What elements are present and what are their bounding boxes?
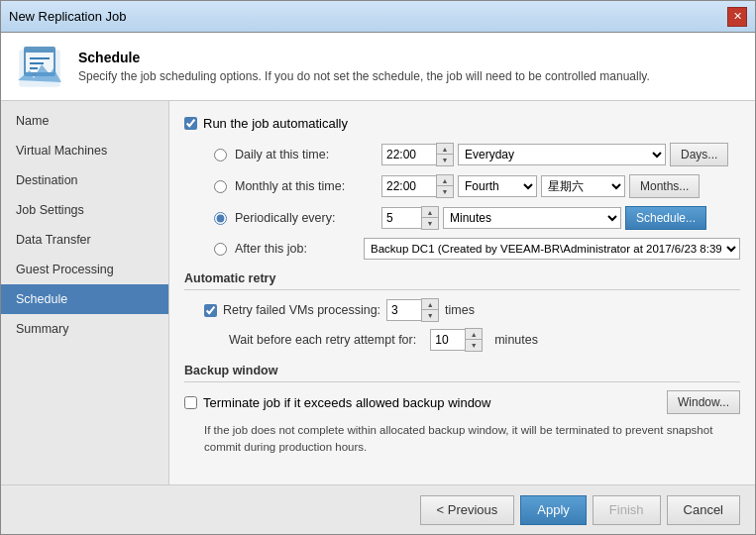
periodically-spinbox: 5 ▲ ▼: [381, 206, 439, 230]
dialog: New Replication Job ✕ Schedule Specify t…: [0, 0, 756, 535]
periodically-up[interactable]: ▲: [422, 207, 438, 218]
wait-down[interactable]: ▼: [466, 340, 482, 351]
retry-spin-buttons: ▲ ▼: [421, 298, 439, 322]
sidebar-item-name[interactable]: Name: [1, 106, 168, 136]
periodically-controls: 5 ▲ ▼ Minutes Hours Schedule...: [381, 206, 706, 230]
sidebar-item-schedule[interactable]: Schedule: [1, 284, 168, 314]
after-job-row: After this job: Backup DC1 (Created by V…: [184, 238, 740, 260]
apply-button[interactable]: Apply: [520, 495, 587, 525]
backup-info: If the job does not complete within allo…: [184, 422, 740, 457]
terminate-checkbox[interactable]: [184, 396, 197, 409]
retry-checkbox[interactable]: [204, 304, 217, 317]
monthly-time-spin-buttons: ▲ ▼: [436, 174, 454, 198]
terminate-label: Terminate job if it exceeds allowed back…: [203, 395, 491, 410]
wait-label: Wait before each retry attempt for:: [229, 333, 416, 347]
after-job-radio[interactable]: [214, 243, 227, 256]
daily-row: Daily at this time: 22:00 ▲ ▼ Everyday W…: [184, 143, 740, 166]
after-job-label: After this job:: [235, 242, 356, 256]
run-automatically-label: Run the job automatically: [203, 116, 348, 131]
sidebar-item-guest-processing[interactable]: Guest Processing: [1, 255, 168, 284]
wait-row: Wait before each retry attempt for: 10 ▲…: [184, 328, 740, 352]
periodically-value-input[interactable]: 5: [381, 207, 421, 229]
daily-time-down[interactable]: ▼: [437, 155, 453, 165]
backup-window-row: Terminate job if it exceeds allowed back…: [184, 390, 740, 414]
footer: < Previous Apply Finish Cancel: [1, 484, 755, 534]
monthly-fourth-dropdown[interactable]: First Second Third Fourth Last: [458, 175, 537, 197]
periodically-row: Periodically every: 5 ▲ ▼ Minutes Hours …: [184, 206, 740, 230]
monthly-label: Monthly at this time:: [235, 179, 374, 193]
schedule-icon: [16, 43, 63, 90]
sidebar-item-summary[interactable]: Summary: [1, 314, 168, 344]
monthly-controls: 22:00 ▲ ▼ First Second Third Fourth Last: [381, 174, 700, 198]
periodically-radio[interactable]: [214, 212, 227, 225]
periodically-spin-buttons: ▲ ▼: [421, 206, 439, 230]
daily-time-up[interactable]: ▲: [437, 144, 453, 155]
after-job-dropdown[interactable]: Backup DC1 (Created by VEEAM-BR\Administ…: [364, 238, 740, 260]
main-content: Run the job automatically Daily at this …: [169, 101, 755, 484]
wait-unit: minutes: [494, 333, 538, 347]
monthly-time-spinbox: 22:00 ▲ ▼: [381, 174, 454, 198]
periodically-down[interactable]: ▼: [422, 218, 438, 229]
monthly-time-down[interactable]: ▼: [437, 186, 453, 197]
schedule-button[interactable]: Schedule...: [625, 206, 706, 230]
run-automatically-checkbox[interactable]: [184, 117, 197, 130]
retry-down[interactable]: ▼: [422, 310, 438, 321]
header-text: Schedule Specify the job scheduling opti…: [78, 50, 650, 83]
content: Name Virtual Machines Destination Job Se…: [1, 101, 755, 484]
monthly-time-up[interactable]: ▲: [437, 175, 453, 186]
close-button[interactable]: ✕: [727, 7, 747, 27]
wait-up[interactable]: ▲: [466, 329, 482, 340]
previous-button[interactable]: < Previous: [420, 495, 515, 525]
after-job-controls: Backup DC1 (Created by VEEAM-BR\Administ…: [364, 238, 740, 260]
header-description: Specify the job scheduling options. If y…: [78, 69, 650, 83]
sidebar-item-virtual-machines[interactable]: Virtual Machines: [1, 136, 168, 165]
dialog-title: New Replication Job: [9, 9, 127, 24]
daily-controls: 22:00 ▲ ▼ Everyday Weekdays Weekends Day…: [381, 143, 728, 166]
days-button[interactable]: Days...: [670, 143, 728, 166]
monthly-radio[interactable]: [214, 180, 227, 193]
daily-time-spin-buttons: ▲ ▼: [436, 143, 454, 166]
daily-dropdown[interactable]: Everyday Weekdays Weekends: [458, 144, 666, 165]
monthly-row: Monthly at this time: 22:00 ▲ ▼ First Se…: [184, 174, 740, 198]
daily-time-spinbox: 22:00 ▲ ▼: [381, 143, 454, 166]
periodically-label: Periodically every:: [235, 211, 374, 225]
cancel-button[interactable]: Cancel: [667, 495, 740, 525]
window-button[interactable]: Window...: [667, 390, 740, 414]
retry-unit: times: [445, 303, 475, 317]
periodically-unit-dropdown[interactable]: Minutes Hours: [443, 207, 621, 229]
finish-button[interactable]: Finish: [593, 495, 661, 525]
automatic-retry-title: Automatic retry: [184, 271, 740, 290]
sidebar: Name Virtual Machines Destination Job Se…: [1, 101, 169, 484]
monthly-day-dropdown[interactable]: 星期日 星期一 星期二 星期三 星期四 星期五 星期六: [541, 175, 625, 197]
sidebar-item-job-settings[interactable]: Job Settings: [1, 195, 168, 225]
retry-label: Retry failed VMs processing:: [223, 303, 380, 317]
retry-value-input[interactable]: 3: [386, 299, 421, 321]
wait-spin-buttons: ▲ ▼: [465, 328, 483, 352]
header-section: Schedule Specify the job scheduling opti…: [1, 33, 755, 101]
sidebar-item-destination[interactable]: Destination: [1, 165, 168, 195]
header-title: Schedule: [78, 50, 650, 65]
backup-info-text: If the job does not complete within allo…: [204, 424, 712, 453]
retry-up[interactable]: ▲: [422, 299, 438, 310]
sidebar-item-data-transfer[interactable]: Data Transfer: [1, 225, 168, 255]
wait-spinbox: 10 ▲ ▼: [430, 328, 483, 352]
daily-time-input[interactable]: 22:00: [381, 144, 436, 165]
wait-value-input[interactable]: 10: [430, 329, 465, 351]
retry-spinbox: 3 ▲ ▼: [386, 298, 439, 322]
monthly-time-input[interactable]: 22:00: [381, 175, 436, 197]
run-automatically-row: Run the job automatically: [184, 116, 740, 131]
backup-window-title: Backup window: [184, 364, 740, 382]
retry-row: Retry failed VMs processing: 3 ▲ ▼ times: [184, 298, 740, 322]
daily-radio[interactable]: [214, 149, 227, 161]
months-button[interactable]: Months...: [629, 174, 700, 198]
titlebar: New Replication Job ✕: [1, 1, 755, 33]
daily-label: Daily at this time:: [235, 148, 374, 161]
